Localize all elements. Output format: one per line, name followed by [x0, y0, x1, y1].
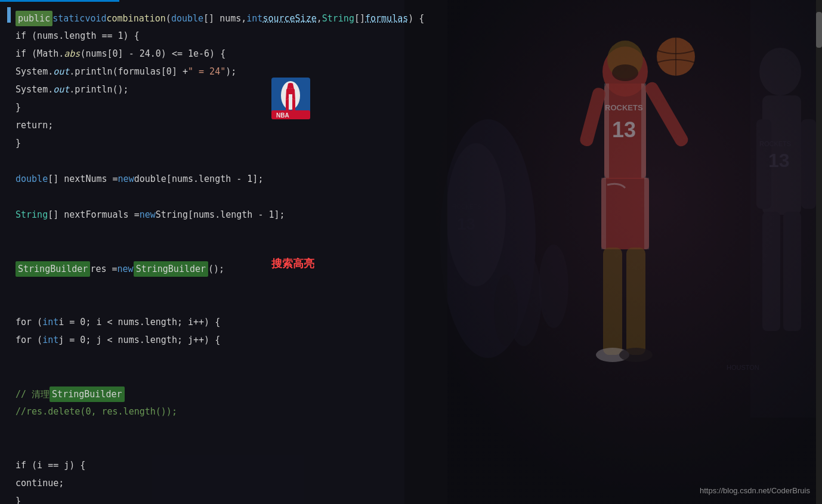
code-line-10: double [] nextNums = new double[nums.len…	[7, 171, 650, 188]
code-line-2: if (nums.length == 1) {	[7, 27, 650, 45]
code-line-1: public static void combination ( double …	[7, 5, 650, 27]
code-line-24	[7, 421, 650, 439]
line-indicator-1	[7, 7, 11, 23]
code-line-8: }	[7, 135, 650, 153]
code-line-20	[7, 350, 650, 367]
svg-text:HOUSTON: HOUSTON	[727, 364, 759, 371]
code-line-19: for ( int j = 0; j < nums.length; j++) {	[7, 332, 650, 350]
code-line-7: return;	[7, 117, 650, 135]
svg-rect-8	[762, 212, 780, 331]
code-line-3: if (Math. abs (nums[0] - 24.0) <= 1e-6) …	[7, 45, 650, 63]
code-line-17	[7, 296, 650, 314]
code-line-16	[7, 278, 650, 296]
svg-point-4	[759, 48, 801, 95]
code-line-18: for ( int i = 0; i < nums.length; i++) {	[7, 314, 650, 332]
csdn-watermark: https://blog.csdn.net/CoderBruis	[700, 486, 810, 495]
code-line-22: // 清理 StringBuilder	[7, 385, 650, 403]
code-line-15: StringBuilder res = new StringBuilder ()…	[7, 260, 650, 278]
code-line-23: //res.delete(0, res.length());	[7, 403, 650, 421]
code-line-5: System. out .println();	[7, 81, 650, 99]
code-line-21	[7, 367, 650, 385]
svg-text:ROCKETS: ROCKETS	[759, 140, 791, 147]
top-progress-bar	[0, 0, 119, 2]
code-line-26: if (i == j) {	[7, 457, 650, 475]
code-line-13	[7, 224, 650, 242]
svg-rect-9	[783, 212, 801, 331]
code-line-4: System. out .println(formulas[0] + " = 2…	[7, 63, 650, 81]
scrollbar[interactable]	[816, 0, 822, 504]
svg-text:NBA: NBA	[276, 112, 289, 119]
code-line-27: continue;	[7, 475, 650, 493]
code-editor[interactable]: public static void combination ( double …	[0, 5, 650, 504]
svg-rect-7	[801, 119, 816, 209]
nba-logo: NBA	[271, 78, 310, 119]
code-line-11	[7, 188, 650, 206]
code-line-28: }	[7, 493, 650, 504]
code-line-6: }	[7, 99, 650, 117]
code-line-12: String [] nextFormuals = new String[nums…	[7, 206, 650, 224]
code-line-14	[7, 242, 650, 260]
search-highlight-tooltip: 搜索高亮	[271, 256, 314, 271]
code-line-9	[7, 153, 650, 171]
code-line-25	[7, 439, 650, 457]
nba-logo-svg: NBA	[271, 78, 310, 119]
scrollbar-thumb[interactable]	[816, 12, 822, 48]
svg-text:13: 13	[768, 150, 790, 171]
